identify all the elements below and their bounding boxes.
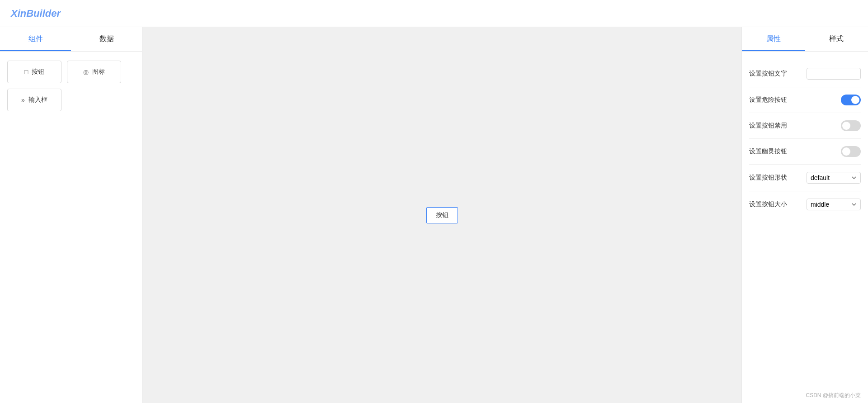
prop-row-size: 设置按钮大小 large middle small [749, 191, 861, 218]
prop-input-btn-text[interactable] [807, 68, 861, 80]
canvas-area: 按钮 [142, 27, 741, 403]
toggle-slider-disabled [841, 120, 861, 131]
toggle-slider-danger [841, 95, 861, 105]
toggle-danger[interactable] [841, 95, 861, 105]
prop-label-disabled: 设置按钮禁用 [749, 122, 787, 130]
prop-label-size: 设置按钮大小 [749, 200, 787, 209]
prop-row-ghost: 设置幽灵按钮 [749, 139, 861, 165]
component-input-label: 输入框 [28, 96, 47, 104]
component-input[interactable]: » 输入框 [7, 89, 61, 111]
right-panel: 属性 样式 设置按钮文字 设置危险按钮 [741, 27, 868, 403]
component-button[interactable]: □ 按钮 [7, 61, 61, 83]
prop-row-shape: 设置按钮形状 default circle round [749, 165, 861, 191]
prop-row-btn-text: 设置按钮文字 [749, 61, 861, 87]
left-panel: 组件 数据 □ 按钮 ◎ 图标 » 输入框 [0, 27, 142, 403]
prop-row-disabled: 设置按钮禁用 [749, 113, 861, 139]
tab-style[interactable]: 样式 [805, 27, 868, 51]
toggle-ghost[interactable] [841, 146, 861, 157]
toggle-slider-ghost [841, 146, 861, 157]
prop-select-size[interactable]: large middle small [807, 199, 861, 210]
component-icon-label: 图标 [92, 68, 105, 76]
left-tabs: 组件 数据 [0, 27, 142, 52]
icon-icon: ◎ [83, 68, 89, 76]
canvas-button[interactable]: 按钮 [426, 207, 458, 223]
prop-label-danger: 设置危险按钮 [749, 96, 787, 104]
tab-props[interactable]: 属性 [742, 27, 805, 51]
header: XinBuilder [0, 0, 868, 27]
prop-row-danger: 设置危险按钮 [749, 87, 861, 113]
tab-components[interactable]: 组件 [0, 27, 71, 51]
prop-label-shape: 设置按钮形状 [749, 174, 787, 182]
tab-data[interactable]: 数据 [71, 27, 142, 51]
toggle-disabled[interactable] [841, 120, 861, 131]
right-tabs: 属性 样式 [742, 27, 868, 52]
footer-watermark: CSDN @搞前端的小菜 [742, 388, 868, 403]
prop-label-btn-text: 设置按钮文字 [749, 70, 787, 78]
components-grid: □ 按钮 ◎ 图标 » 输入框 [0, 52, 142, 120]
component-button-label: 按钮 [32, 68, 44, 76]
prop-select-shape[interactable]: default circle round [807, 172, 861, 184]
button-icon: □ [24, 68, 28, 76]
component-icon[interactable]: ◎ 图标 [67, 61, 121, 83]
properties-content: 设置按钮文字 设置危险按钮 设置按钮禁用 [742, 52, 868, 227]
logo: XinBuilder [11, 8, 61, 19]
input-icon: » [21, 96, 25, 104]
main-layout: 组件 数据 □ 按钮 ◎ 图标 » 输入框 [0, 27, 868, 403]
prop-label-ghost: 设置幽灵按钮 [749, 147, 787, 156]
